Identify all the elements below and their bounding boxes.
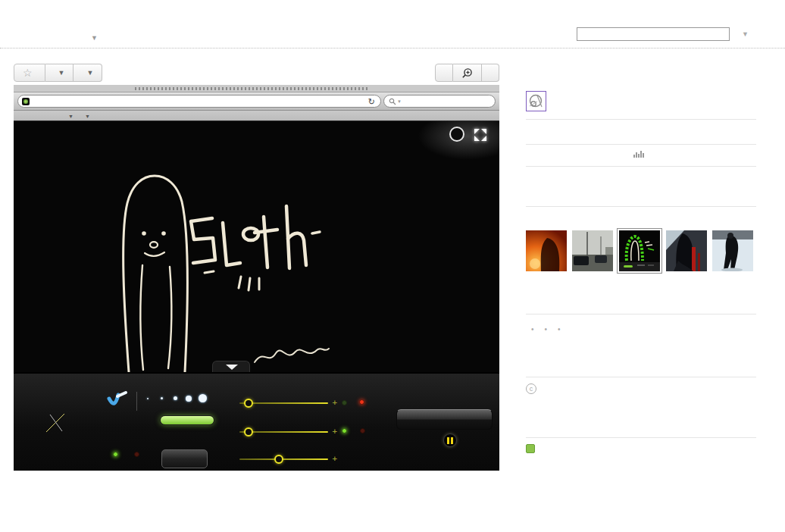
site-favicon [22,98,30,105]
copyright-icon: c [526,383,536,394]
chevron-down-icon: ▼ [397,99,402,104]
pause-icon [443,433,457,447]
privacy-value [526,444,541,453]
toggle2-on-led [342,428,347,433]
doodle-canvas [14,121,499,372]
toggle1-off-led [359,399,364,405]
sensitivity-knob [244,427,253,437]
thumbnail-1[interactable] [526,230,567,271]
bookmark-item: ▼ [67,112,73,120]
divider [526,314,756,315]
avatar[interactable] [526,91,546,111]
info-icon [449,127,464,142]
newer-button[interactable] [435,64,453,82]
main-nav: ▼ [15,31,146,42]
pen-size-options [142,393,208,404]
drawing-on-led [113,452,118,457]
views-count [526,148,756,158]
chevron-down-icon: ▼ [91,34,98,42]
sloth-figure [124,176,188,372]
blur-slider [239,458,328,460]
bar-chart-icon [633,149,645,158]
browser-urlbar: ↻ ▼ [14,92,499,111]
toggle1-on-led [342,400,347,405]
privacy-public-icon [526,444,535,453]
fullscreen-icon [473,127,488,142]
photo-toolbar-right [435,64,499,82]
divider [526,144,756,145]
photostream-thumbnails [526,228,753,274]
panel-divider [136,392,137,411]
divider [526,437,756,438]
chevron-down-icon: ▼ [58,64,65,81]
tags-list: ••• [526,324,566,334]
selected-color-swatch [160,415,214,425]
brush-stroke-icon [107,390,128,408]
divider [526,206,756,207]
plus-icon: + [332,399,338,406]
favorite-button[interactable]: ☆ [14,64,45,82]
account-links [726,5,749,15]
older-button[interactable] [482,64,499,82]
toggle2-off-led [360,428,365,433]
photo-toolbar-left: ☆ ▼ ▼ [14,64,102,82]
share-this-button[interactable]: ▼ [73,64,102,82]
magnifier-icon [389,98,396,105]
avatar-doodle [527,92,546,111]
photo-image[interactable]: ↻ ▼ ▼ ▼ [14,85,499,471]
panel-pull-tab [212,361,250,372]
sloth-word-drawing [191,206,320,290]
browser-search-field: ▼ [383,95,496,108]
doodleizer-panel: + + + [14,372,499,471]
blur-knob [274,455,283,464]
signature-squiggle [255,349,329,362]
divider [526,119,756,120]
flickr-logo[interactable] [15,0,17,36]
search-input[interactable] [577,27,730,41]
magnifier-plus-icon [461,67,473,79]
divider [526,166,756,167]
browser-bookmarks-bar: ▼ ▼ [14,111,499,121]
browser-titlebar [14,85,499,92]
plus-icon: + [332,427,338,435]
flickr-photo-page: ▼ ▼ ☆ ▼ ▼ ↻ ▼ [0,0,785,532]
actions-button[interactable]: ▼ [45,64,74,82]
header-divider [0,48,785,49]
thumbnail-4[interactable] [666,230,707,271]
clear-screen-button [161,449,208,468]
chevron-down-icon[interactable]: ▼ [742,30,749,38]
divider [526,377,756,377]
photostream-line [526,213,529,224]
plus-icon: + [332,455,338,462]
star-icon: ☆ [23,64,33,81]
choose-song-button [396,409,493,430]
browser-address-field: ↻ [17,95,381,108]
thumbnail-5[interactable] [712,230,753,271]
nav-explore[interactable]: ▼ [88,31,98,42]
scaling-knob [244,399,253,408]
thumbnail-3-current[interactable] [617,228,662,274]
bookmark-item: ▼ [83,112,90,120]
logo-sparkle [44,412,67,434]
thumbnail-2[interactable] [572,230,613,271]
refresh-icon: ↻ [368,97,375,107]
license-value: c [526,383,542,394]
search-area: ▼ [577,27,749,41]
zoom-button[interactable] [453,64,482,82]
drawing-off-led [134,452,139,457]
chevron-down-icon: ▼ [86,64,93,81]
